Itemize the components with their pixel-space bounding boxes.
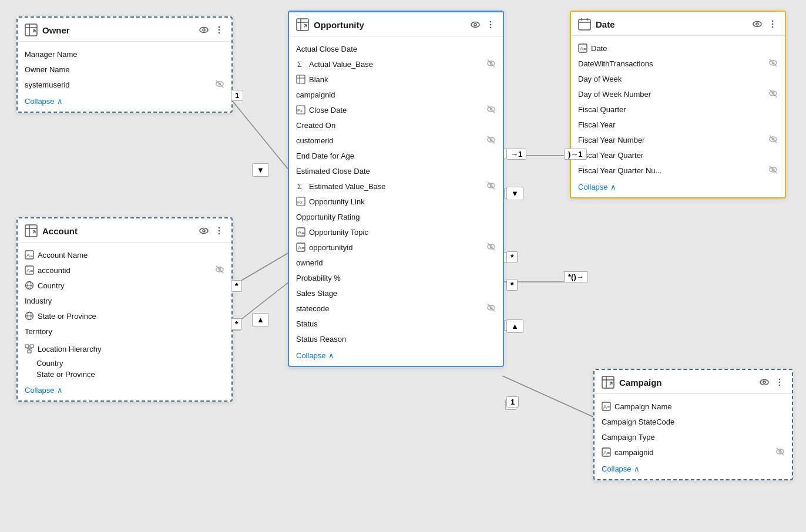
list-item: statecode	[289, 301, 503, 316]
svg-point-9	[200, 28, 208, 33]
rel-connector-account-up: ▲	[252, 313, 269, 326]
svg-point-50	[490, 21, 492, 23]
opp-actual-close-date: Actual Close Date	[296, 45, 496, 53]
account-state-globe-icon	[25, 311, 34, 321]
opportunity-visibility-icon[interactable]	[470, 19, 481, 30]
account-accountid-hidden-icon	[215, 265, 224, 276]
account-collapse-label: Collapse	[25, 386, 55, 395]
opp-opportunity-rating: Opportunity Rating	[296, 213, 496, 221]
owner-card-body: Manager Name Owner Name systemuserid	[18, 42, 231, 92]
list-item: Status Reason	[289, 331, 503, 346]
account-visibility-icon[interactable]	[199, 225, 209, 236]
list-item: Estimated Close Date	[289, 163, 503, 179]
account-country: Country	[38, 281, 224, 290]
opportunity-collapse[interactable]: Collapse ∧	[289, 346, 503, 366]
campaign-table-icon	[602, 376, 614, 389]
opportunity-collapse-chevron-icon: ∧	[328, 351, 334, 360]
list-item: Country State or Province	[18, 356, 231, 381]
svg-point-23	[219, 230, 220, 232]
svg-point-92	[772, 26, 774, 28]
account-hier-state: State or Province	[36, 369, 224, 380]
list-item: Probability %	[289, 270, 503, 285]
svg-point-22	[219, 227, 220, 229]
svg-point-12	[219, 29, 220, 31]
opp-status: Status	[296, 319, 496, 328]
date-header-actions	[752, 19, 778, 29]
campaign-statecode: Campaign StateCode	[602, 417, 785, 426]
svg-rect-38	[25, 345, 29, 348]
account-collapse[interactable]: Collapse ∧	[18, 381, 231, 400]
owner-title: Owner	[42, 25, 194, 35]
campaign-card-body: A= Campaign Name Campaign StateCode Camp…	[595, 394, 792, 460]
list-item: A= Opportunity Topic	[289, 224, 503, 240]
account-more-icon[interactable]	[214, 225, 224, 236]
svg-text:A=: A=	[603, 450, 610, 456]
account-territory: Territory	[25, 327, 224, 336]
svg-rect-84	[579, 19, 590, 30]
opp-link-fx-icon: Fx	[296, 197, 305, 206]
owner-collapse[interactable]: Collapse ∧	[18, 92, 231, 112]
account-hier-country: Country	[36, 358, 224, 369]
owner-more-icon[interactable]	[214, 25, 224, 35]
list-item: ownerid	[289, 255, 503, 270]
date-collapse[interactable]: Collapse ∧	[571, 178, 785, 197]
rel-connector-owner-down: ▼	[252, 163, 269, 177]
date-more-icon[interactable]	[767, 19, 778, 29]
svg-text:A=: A=	[580, 46, 586, 52]
list-item: Status	[289, 316, 503, 331]
list-item: A= campaignid	[595, 445, 792, 460]
owner-card-header: Owner	[18, 18, 231, 42]
campaign-visibility-icon[interactable]	[759, 377, 770, 388]
account-hierarchy-icon	[25, 344, 34, 353]
list-item: Opportunity Rating	[289, 209, 503, 224]
account-industry: Industry	[25, 297, 224, 305]
date-calendar-icon	[578, 18, 591, 31]
list-item: customerid	[289, 133, 503, 148]
campaign-more-icon[interactable]	[774, 377, 785, 388]
svg-point-49	[474, 23, 476, 26]
svg-point-48	[471, 22, 479, 28]
account-location-hierarchy: Location Hierarchy	[38, 345, 224, 353]
svg-point-112	[779, 379, 781, 381]
owner-systemuserid: systemuserid	[25, 80, 211, 89]
opp-actual-value-base: Actual Value_Base	[309, 60, 483, 69]
campaign-type: Campaign Type	[602, 433, 785, 442]
date-day-of-week: Day of Week	[578, 75, 778, 83]
owner-table-icon	[25, 23, 38, 36]
date-visibility-icon[interactable]	[752, 19, 763, 29]
account-id-text-icon: A=	[25, 265, 34, 275]
account-name-text-icon: A=	[25, 250, 34, 260]
rel-date-opp-1: )→1	[564, 149, 587, 160]
opportunity-more-icon[interactable]	[485, 19, 496, 30]
owner-systemuserid-hidden-icon	[215, 79, 224, 90]
list-item: Country	[18, 278, 231, 293]
list-item: Fx Close Date	[289, 102, 503, 117]
account-state-province: State or Province	[38, 312, 224, 321]
svg-rect-39	[30, 345, 33, 348]
rel-account-star-bottom: *	[231, 318, 242, 330]
owner-visibility-icon[interactable]	[199, 25, 209, 35]
opp-statecode: statecode	[296, 304, 483, 313]
list-item: Σ Estimated Value_Base	[289, 179, 503, 194]
date-title: Date	[596, 19, 747, 29]
opp-probability: Probability %	[296, 274, 496, 282]
svg-text:Σ: Σ	[297, 60, 302, 69]
account-account-name: Account Name	[38, 251, 224, 260]
date-fiscal-year: Fiscal Year	[578, 120, 778, 129]
opportunity-table-icon	[296, 18, 309, 31]
list-item: Sales Stage	[289, 285, 503, 301]
rel-date-opp-star2: *()→	[564, 271, 588, 282]
opp-customerid-hidden-icon	[486, 135, 496, 146]
date-date-with-transactions: DateWithTransactions	[578, 59, 765, 68]
account-collapse-chevron-icon: ∧	[57, 386, 63, 395]
svg-point-10	[203, 29, 205, 31]
opp-close-date: Close Date	[309, 106, 483, 115]
svg-point-20	[200, 228, 208, 234]
list-item: Fiscal Year Number	[571, 132, 785, 147]
date-date-text-icon: A=	[578, 43, 587, 53]
svg-point-13	[219, 32, 220, 34]
rel-campaign-1-label: 1	[506, 396, 519, 408]
campaign-collapse[interactable]: Collapse ∧	[595, 460, 792, 479]
opp-close-date-hidden-icon	[486, 105, 496, 116]
rel-date-star-opp-side: *	[506, 251, 518, 263]
